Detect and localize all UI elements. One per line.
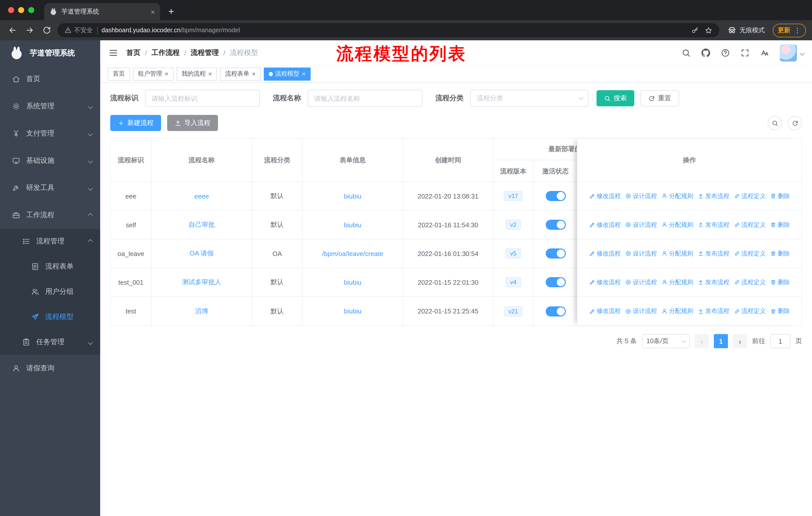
action-delete-link[interactable]: 删除 (770, 192, 790, 200)
category-select[interactable]: 流程分类 (470, 90, 588, 107)
active-toggle[interactable] (546, 220, 566, 230)
back-icon[interactable] (6, 24, 19, 37)
form-info-link[interactable]: biubiu (344, 278, 361, 286)
sidebar-item[interactable]: 工作流程 (0, 201, 100, 229)
action-edit-link[interactable]: 修改流程 (589, 307, 621, 316)
view-tag[interactable]: 我的流程 × (176, 67, 217, 80)
action-assign-link[interactable]: 分配规则 (662, 278, 693, 287)
process-id-input[interactable] (145, 90, 260, 107)
action-assign-link[interactable]: 分配规则 (662, 220, 693, 229)
action-publish-link[interactable]: 发布流程 (698, 249, 729, 258)
action-delete-link[interactable]: 删除 (770, 278, 790, 287)
process-name-link[interactable]: OA 请假 (190, 249, 213, 258)
create-process-button[interactable]: 新建流程 (110, 115, 161, 131)
breadcrumb-item[interactable]: 工作流程 / (151, 48, 191, 57)
action-edit-link[interactable]: 修改流程 (589, 192, 621, 200)
search-icon[interactable] (682, 48, 691, 57)
action-publish-link[interactable]: 发布流程 (698, 307, 729, 316)
active-toggle[interactable] (546, 248, 566, 259)
browser-update-chip[interactable]: 更新 ⋮ (773, 23, 806, 37)
bookmark-star-icon[interactable] (705, 26, 712, 34)
browser-tab[interactable]: 芋道管理系统 × (44, 3, 160, 20)
view-tag[interactable]: 首页 (108, 67, 130, 80)
tab-close-icon[interactable]: × (150, 7, 155, 16)
action-define-link[interactable]: 流程定义 (734, 307, 766, 316)
minimize-window-button[interactable] (18, 7, 24, 13)
fullscreen-icon[interactable] (741, 48, 750, 57)
sidebar-item[interactable]: 系统管理 (0, 93, 100, 120)
view-tag[interactable]: 流程表单 × (220, 67, 261, 80)
refresh-table-button[interactable] (788, 116, 802, 130)
forward-icon[interactable] (23, 24, 36, 37)
action-edit-link[interactable]: 修改流程 (589, 249, 621, 258)
action-delete-link[interactable]: 删除 (770, 249, 790, 258)
active-toggle[interactable] (546, 191, 566, 201)
process-name-input[interactable] (308, 90, 423, 107)
search-button[interactable]: 搜索 (597, 90, 634, 106)
action-define-link[interactable]: 流程定义 (734, 220, 766, 229)
action-delete-link[interactable]: 删除 (770, 220, 790, 229)
toggle-search-button[interactable] (768, 116, 782, 130)
action-define-link[interactable]: 流程定义 (734, 249, 766, 258)
user-menu[interactable] (780, 44, 804, 61)
page-number-1[interactable]: 1 (714, 334, 728, 348)
prev-page-button[interactable]: ‹ (695, 334, 709, 348)
action-assign-link[interactable]: 分配规则 (662, 192, 693, 200)
process-name-link[interactable]: 测试多审批人 (182, 278, 221, 287)
form-info-link[interactable]: /bpm/oa/leave/create (322, 250, 383, 257)
tag-close-icon[interactable]: × (165, 71, 168, 77)
breadcrumb-item[interactable]: 流程管理 / (191, 48, 230, 57)
sidebar-item[interactable]: 请假查询 (0, 355, 100, 382)
action-publish-link[interactable]: 发布流程 (698, 278, 729, 287)
action-define-link[interactable]: 流程定义 (734, 278, 766, 287)
close-window-button[interactable] (8, 7, 14, 13)
action-assign-link[interactable]: 分配规则 (662, 307, 693, 316)
action-design-link[interactable]: 设计流程 (625, 249, 657, 258)
page-size-select[interactable]: 10条/页 (642, 334, 690, 348)
password-key-icon[interactable] (691, 26, 699, 34)
hamburger-icon[interactable] (108, 48, 118, 58)
form-info-link[interactable]: biubiu (344, 192, 361, 200)
view-tag[interactable]: 租户管理 × (133, 67, 173, 80)
process-name-link[interactable]: 滔博 (195, 307, 208, 316)
active-toggle[interactable] (546, 306, 566, 316)
browser-menu-icon[interactable]: ⋮ (794, 26, 801, 34)
sidebar-item[interactable]: 用户分组 (0, 279, 100, 304)
action-publish-link[interactable]: 发布流程 (698, 220, 729, 229)
new-tab-button[interactable]: + (164, 4, 178, 19)
sidebar-item[interactable]: 基础设施 (0, 147, 100, 174)
reload-icon[interactable] (40, 24, 53, 37)
action-define-link[interactable]: 流程定义 (734, 192, 766, 200)
action-edit-link[interactable]: 修改流程 (589, 278, 621, 287)
action-design-link[interactable]: 设计流程 (625, 192, 657, 200)
breadcrumb-item[interactable]: 流程模型 / (230, 48, 258, 57)
form-info-link[interactable]: biubiu (344, 221, 361, 228)
action-edit-link[interactable]: 修改流程 (589, 220, 621, 229)
action-design-link[interactable]: 设计流程 (625, 220, 657, 229)
github-icon[interactable] (701, 48, 710, 57)
active-toggle[interactable] (546, 277, 566, 287)
avatar[interactable] (780, 44, 797, 61)
action-design-link[interactable]: 设计流程 (625, 278, 657, 287)
action-assign-link[interactable]: 分配规则 (662, 249, 693, 258)
process-name-link[interactable]: eeee (194, 192, 209, 200)
process-name-link[interactable]: 自己审批 (188, 220, 215, 229)
sidebar-item[interactable]: 首页 (0, 65, 100, 93)
form-info-link[interactable]: biubiu (344, 307, 361, 315)
app-logo[interactable]: 芋道管理系统 (0, 40, 100, 65)
sidebar-item[interactable]: 流程管理 (0, 229, 100, 254)
question-icon[interactable] (721, 48, 730, 57)
goto-page-input[interactable] (770, 334, 790, 348)
sidebar-item[interactable]: 流程模型 (0, 304, 100, 330)
view-tag[interactable]: 流程模型 × (264, 67, 311, 80)
sidebar-item[interactable]: 任务管理 (0, 330, 100, 355)
sidebar-item[interactable]: 支付管理 (0, 120, 100, 147)
fontsize-icon[interactable] (760, 48, 769, 57)
tag-close-icon[interactable]: × (302, 71, 306, 77)
next-page-button[interactable]: › (733, 334, 747, 348)
tag-close-icon[interactable]: × (252, 71, 256, 77)
address-bar[interactable]: 不安全 dashboard.yudao.iocoder.cn/bpm/manag… (57, 23, 719, 37)
zoom-window-button[interactable] (28, 7, 34, 13)
tag-close-icon[interactable]: × (208, 71, 212, 77)
sidebar-item[interactable]: 流程表单 (0, 254, 100, 279)
